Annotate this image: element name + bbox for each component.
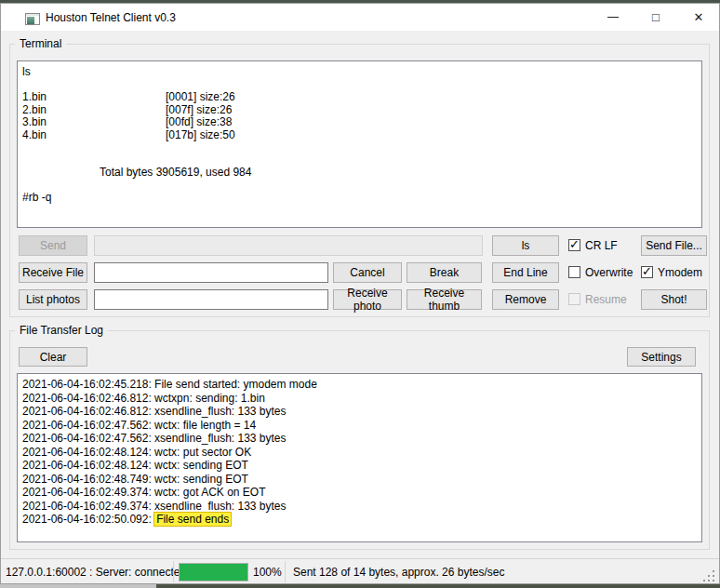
send-button: Send xyxy=(19,235,87,256)
log-line-final: 2021-06-04-16:02:50.092: File send ends xyxy=(22,513,697,527)
log-line: 2021-06-04-16:02:48.124: wctx: put secto… xyxy=(22,446,697,460)
shot-button[interactable]: Shot! xyxy=(641,289,707,310)
window-title: Houston Telnet Client v0.3 xyxy=(46,11,176,24)
overwrite-checkbox-label[interactable]: Overwrite xyxy=(585,266,633,279)
log-line: 2021-06-04-16:02:47.562: xsendline_flush… xyxy=(22,432,697,446)
status-separator xyxy=(173,561,174,582)
terminal-blank-line xyxy=(22,180,698,193)
terminal-blank-line xyxy=(22,154,698,167)
transfer-log-output[interactable]: 2021-06-04-16:02:45.218: File send start… xyxy=(17,373,702,542)
ls-button[interactable]: ls xyxy=(492,235,559,256)
receive-file-button[interactable]: Receive File xyxy=(19,262,87,283)
resize-grip[interactable] xyxy=(703,569,716,582)
app-icon-header xyxy=(26,14,39,16)
progress-percent: 100% xyxy=(253,566,282,579)
status-separator xyxy=(285,561,286,582)
list-photos-button[interactable]: List photos xyxy=(19,289,87,310)
log-line: 2021-06-04-16:02:46.812: xsendline_flush… xyxy=(22,405,697,419)
list-photos-input[interactable] xyxy=(94,289,328,310)
terminal-prompt: #rb -q xyxy=(22,192,698,205)
receive-thumb-button[interactable]: Receive thumb xyxy=(407,289,482,310)
terminal-file-row: 3.bin[00fd] size:38 xyxy=(22,116,698,129)
log-line: 2021-06-04-16:02:45.218: File send start… xyxy=(22,378,697,392)
log-line: 2021-06-04-16:02:49.374: wctx: got ACK o… xyxy=(22,486,697,500)
remove-button[interactable]: Remove xyxy=(492,289,559,310)
send-file-button[interactable]: Send File... xyxy=(641,235,707,256)
terminal-group-label: Terminal xyxy=(15,37,66,50)
terminal-output[interactable]: ls 1.bin[0001] size:26 2.bin[007f] size:… xyxy=(17,60,702,228)
cancel-button[interactable]: Cancel xyxy=(333,262,402,283)
log-line: 2021-06-04-16:02:47.562: wctx: file leng… xyxy=(22,419,697,433)
terminal-file-row: 2.bin[007f] size:26 xyxy=(22,104,698,117)
ymodem-checkbox-label[interactable]: Ymodem xyxy=(658,266,702,279)
settings-button[interactable]: Settings xyxy=(627,347,696,367)
progress-bar-fill xyxy=(180,564,247,581)
overwrite-checkbox[interactable] xyxy=(568,266,580,278)
receive-photo-button[interactable]: Receive photo xyxy=(333,289,402,310)
desktop-edge-bottom-left xyxy=(0,584,156,588)
transfer-stats: Sent 128 of 14 bytes, approx. 26 bytes/s… xyxy=(293,566,504,579)
highlighted-log-text: File send ends xyxy=(154,513,231,526)
log-line: 2021-06-04-16:02:48.124: wctx: sending E… xyxy=(22,459,697,473)
app-window: Houston Telnet Client v0.3 — □ ✕ Termina… xyxy=(0,0,720,588)
send-input xyxy=(94,235,483,256)
terminal-blank-line xyxy=(22,79,698,92)
terminal-blank-line xyxy=(22,141,698,154)
crlf-checkbox-label[interactable]: CR LF xyxy=(585,239,618,252)
connection-status: 127.0.0.1:60002 : Server: connected xyxy=(6,566,186,579)
app-icon-pane xyxy=(27,17,34,24)
break-button[interactable]: Break xyxy=(407,262,482,283)
crlf-checkbox[interactable] xyxy=(568,239,580,251)
log-line: 2021-06-04-16:02:48.749: wctx: sending E… xyxy=(22,473,697,487)
receive-file-input[interactable] xyxy=(94,262,328,283)
end-line-button[interactable]: End Line xyxy=(492,262,559,283)
resume-checkbox xyxy=(568,293,580,305)
app-icon xyxy=(25,13,40,25)
log-line: 2021-06-04-16:02:46.812: wctxpn: sending… xyxy=(22,392,697,406)
terminal-file-row: 1.bin[0001] size:26 xyxy=(22,91,698,104)
resize-grip-dots xyxy=(713,570,714,572)
minimize-icon[interactable]: — xyxy=(592,3,634,31)
resume-checkbox-label: Resume xyxy=(585,293,627,306)
terminal-summary: Total bytes 3905619, used 984 xyxy=(100,167,698,180)
ymodem-checkbox[interactable] xyxy=(641,266,653,278)
terminal-file-row: 4.bin[017b] size:50 xyxy=(22,129,698,142)
terminal-command: ls xyxy=(22,66,698,79)
status-bar: 127.0.0.1:60002 : Server: connected 100%… xyxy=(1,558,719,584)
progress-bar xyxy=(179,563,248,581)
file-transfer-log-label: File Transfer Log xyxy=(15,324,108,337)
close-icon[interactable]: ✕ xyxy=(677,3,720,31)
log-line: 2021-06-04-16:02:49.374: xsendline_flush… xyxy=(22,500,697,514)
clear-button[interactable]: Clear xyxy=(19,347,87,367)
maximize-icon[interactable]: □ xyxy=(634,3,677,31)
